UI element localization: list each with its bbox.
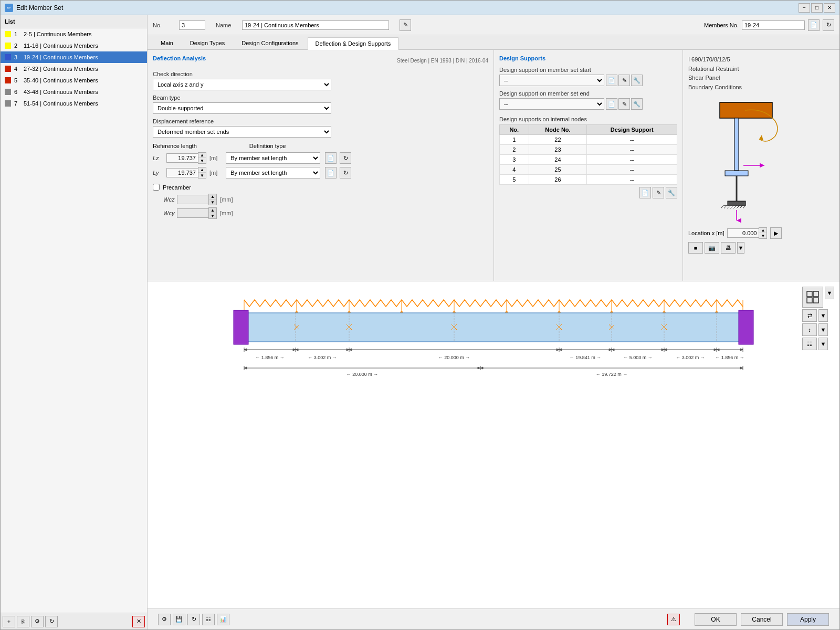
tab-design-config[interactable]: Design Configurations [234,36,306,49]
name-input[interactable] [242,20,389,30]
view-btn-menu[interactable]: ▼ [737,242,744,254]
check-direction-row: Check direction Local axis z and y Local… [153,71,488,90]
table-btn3[interactable]: 🔧 [666,187,677,198]
members-no-label: Members No. [704,22,739,28]
location-down[interactable]: ▼ [759,233,766,238]
displacement-ref-select[interactable]: Deformed member set ends Undeformed syst… [153,126,331,138]
ly-down[interactable]: ▼ [198,173,206,178]
bottom-icon2[interactable]: 💾 [173,614,185,625]
support-end-select[interactable]: -- [499,98,604,110]
ly-def-type-select[interactable]: By member set length User defined [226,167,320,178]
bottom-icon4[interactable]: ☷ [202,614,215,625]
members-no-refresh-button[interactable]: ↻ [823,19,834,31]
maximize-button[interactable]: □ [811,3,823,13]
list-item[interactable]: 535-40 | Continuous Members [1,75,147,86]
list-item[interactable]: 12-5 | Continuous Members [1,28,147,40]
lz-up[interactable]: ▲ [198,153,206,158]
list-item[interactable]: 211-16 | Continuous Members [1,40,147,51]
grid-view-btn[interactable] [802,287,823,308]
zoom-arrow-btn[interactable]: ▼ [818,309,828,322]
ly-def-btn1[interactable]: 📄 [325,167,337,178]
lz-def-type-select[interactable]: By member set length User defined [226,152,320,164]
wcz-input[interactable] [177,195,208,204]
svg-line-6 [721,205,724,208]
list-item[interactable]: 751-54 | Continuous Members [1,98,147,109]
support-start-btn2[interactable]: ✎ [618,75,630,86]
bottom-icon5[interactable]: 📊 [217,614,229,625]
lz-def-btn1[interactable]: 📄 [325,152,337,164]
beam-type-select[interactable]: Double-supported Cantilever [153,102,331,114]
wcz-label: Wcz [163,196,174,203]
list-item-text: 11-16 | Continuous Members [24,43,98,49]
support-start-btn1[interactable]: 📄 [606,75,617,86]
ok-button[interactable]: OK [695,613,737,626]
location-arrows: ▲ ▼ [759,227,767,239]
zoom-fit-btn[interactable]: ⇄ [802,309,817,322]
list-item[interactable]: 643-48 | Continuous Members [1,86,147,98]
table-cell-node: 26 [529,175,587,185]
toolbar-arrow-btn[interactable]: ▼ [825,287,834,299]
tab-main[interactable]: Main [153,36,181,49]
apply-button[interactable]: Apply [787,613,829,626]
precamber-checkbox[interactable] [153,184,160,191]
list-item[interactable]: 427-32 | Continuous Members [1,63,147,75]
render-btn[interactable]: ☷ [802,338,817,350]
error-icon[interactable]: ⚠ [667,614,680,625]
copy-button[interactable]: ⎘ [17,616,29,627]
delete-button[interactable]: ✕ [132,616,145,627]
support-start-btn3[interactable]: 🔧 [631,75,643,86]
no-input[interactable] [179,20,205,30]
cs-svg [688,97,804,223]
members-no-input[interactable] [742,20,805,30]
list-item[interactable]: 319-24 | Continuous Members [1,51,147,63]
minimize-button[interactable]: − [799,3,810,13]
location-arrow-btn[interactable]: ▶ [770,227,782,239]
bottom-icon3[interactable]: ↻ [187,614,200,625]
pan-btn[interactable]: ↕ [802,323,817,336]
ly-def-btn2[interactable]: ↻ [340,167,351,178]
bottom-icon1[interactable]: ⚙ [158,614,171,625]
view-btn2[interactable]: 📷 [705,242,719,254]
list-items: 12-5 | Continuous Members211-16 | Contin… [1,28,147,613]
tab-deflection[interactable]: Deflection & Design Supports [308,37,399,50]
location-input[interactable] [727,228,759,238]
view-btn1[interactable]: ■ [688,242,703,254]
cancel-button[interactable]: Cancel [741,613,783,626]
support-end-input-row: -- 📄 ✎ 🔧 [499,98,677,110]
ly-up[interactable]: ▲ [198,167,206,173]
pan-arrow-btn[interactable]: ▼ [818,323,828,336]
list-item-number: 6 [14,89,20,95]
list-item-color [5,54,11,60]
support-end-btn1[interactable]: 📄 [606,98,617,110]
ly-unit: [m] [209,170,217,176]
cs-line3: Shear Panel [688,74,834,83]
tab-design-types[interactable]: Design Types [182,36,233,49]
render-arrow-btn[interactable]: ▼ [818,338,828,350]
ly-row: Ly ▲ ▼ [m] By member set length [153,167,488,178]
members-no-select-button[interactable]: 📄 [808,19,820,31]
add-button[interactable]: + [3,616,15,627]
lz-down[interactable]: ▼ [198,158,206,163]
table-row: 122-- [500,135,677,145]
svg-rect-45 [234,310,248,344]
location-up[interactable]: ▲ [759,228,766,233]
lz-def-btn2[interactable]: ↻ [340,152,351,164]
table-row: 223-- [500,145,677,155]
table-cell-no: 4 [500,165,529,175]
settings-button[interactable]: ⚙ [31,616,44,627]
title-bar: ✏ Edit Member Set − □ ✕ [1,1,839,15]
table-btn2[interactable]: ✎ [653,187,664,198]
wcy-input[interactable] [177,208,208,218]
export-button[interactable]: ↻ [45,616,58,627]
edit-name-button[interactable]: ✎ [400,19,411,31]
support-end-btn3[interactable]: 🔧 [631,98,643,110]
check-direction-select[interactable]: Local axis z and y Local axis z Local ax… [153,79,331,90]
table-btn1[interactable]: 📄 [639,187,651,198]
support-end-btn2[interactable]: ✎ [618,98,630,110]
dim-label-3002a: ← 3.002 m → [308,355,337,360]
ly-input[interactable] [166,168,198,177]
lz-input[interactable] [166,153,198,163]
view-btn3[interactable]: 🖶 [721,242,736,254]
close-button[interactable]: ✕ [824,3,835,13]
support-start-select[interactable]: -- [499,75,604,86]
